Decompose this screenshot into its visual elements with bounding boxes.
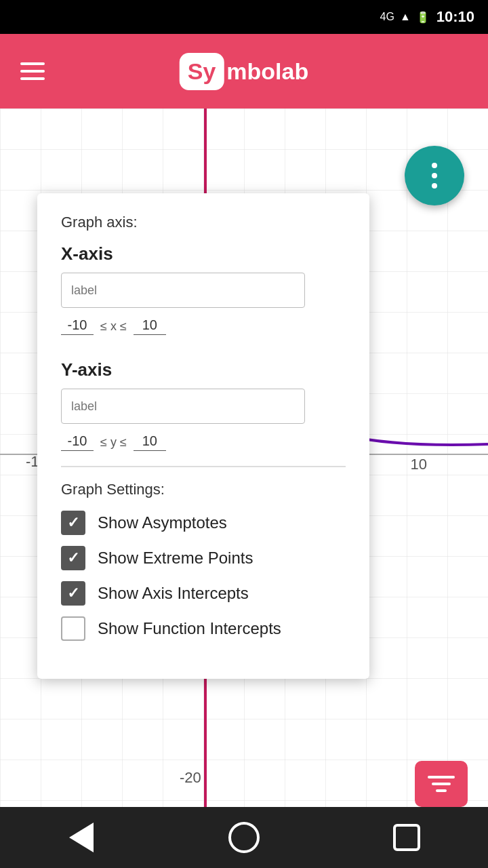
graph-area: 10 -20 -1 Graph axis: X-axis -10 ≤ x ≤ 1… [0,108,488,868]
graph-settings-panel: Graph axis: X-axis -10 ≤ x ≤ 10 Y-axis -… [37,193,369,679]
header: Sy mbolab [0,34,488,108]
filter-icon [428,776,455,792]
recents-button[interactable] [380,817,434,858]
y-axis-range: -10 ≤ y ≤ 10 [61,433,346,451]
signal-icon: ▲ [400,11,411,23]
show-axis-intercepts-label: Show Axis Intercepts [98,584,249,603]
show-extreme-points-checkbox[interactable]: ✓ [61,546,85,570]
logo-sy: Sy [188,58,216,84]
three-dots-icon [432,163,437,189]
y-leq-left: ≤ y ≤ [100,435,127,450]
graph-axis-title: Graph axis: [61,214,346,231]
x-axis-label-input[interactable] [61,273,305,308]
y-min-value[interactable]: -10 [61,433,94,451]
show-asymptotes-row: ✓ Show Asymptotes [61,511,346,535]
x-leq-left: ≤ x ≤ [100,319,127,334]
show-extreme-points-row: ✓ Show Extreme Points [61,546,346,570]
y-axis-label-input[interactable] [61,389,305,424]
battery-icon: 🔋 [416,11,430,24]
hamburger-menu-button[interactable] [20,62,45,80]
show-axis-intercepts-row: ✓ Show Axis Intercepts [61,581,346,606]
separator [61,466,346,467]
y-max-value[interactable]: 10 [134,433,166,451]
x-max-value[interactable]: 10 [134,317,166,335]
clock: 10:10 [436,8,474,26]
back-icon [69,823,94,852]
graph-settings-title: Graph Settings: [61,481,346,498]
more-options-button[interactable] [405,146,464,205]
show-axis-intercepts-checkbox[interactable]: ✓ [61,581,85,606]
status-icons: 4G ▲ 🔋 [380,11,430,24]
logo-rest: mbolab [226,58,308,85]
recents-icon [393,824,420,851]
x-axis-range: -10 ≤ x ≤ 10 [61,317,346,335]
graph-label-10: 10 [411,456,427,473]
home-button[interactable] [217,817,271,858]
logo-box: Sy [180,53,224,90]
checkmark-icon: ✓ [67,515,79,530]
hamburger-line [20,62,45,65]
logo: Sy mbolab [180,53,309,90]
x-min-value[interactable]: -10 [61,317,94,335]
x-axis-label: X-axis [61,243,346,264]
y-axis-label: Y-axis [61,359,346,380]
hamburger-line [20,70,45,73]
show-asymptotes-label: Show Asymptotes [98,513,227,532]
show-function-intercepts-checkbox[interactable]: ✓ [61,616,85,641]
show-function-intercepts-row: ✓ Show Function Intercepts [61,616,346,641]
back-button[interactable] [54,817,108,858]
show-function-intercepts-label: Show Function Intercepts [98,619,281,638]
graph-label-neg20: -20 [180,769,201,787]
status-bar: 4G ▲ 🔋 10:10 [0,0,488,34]
filter-button[interactable] [415,761,468,807]
checkmark-icon: ✓ [67,586,79,601]
network-icon: 4G [380,11,394,23]
checkmark-icon: ✓ [67,551,79,566]
hamburger-line [20,77,45,80]
home-icon [228,822,260,853]
show-asymptotes-checkbox[interactable]: ✓ [61,511,85,535]
bottom-navigation [0,807,488,868]
show-extreme-points-label: Show Extreme Points [98,549,253,568]
